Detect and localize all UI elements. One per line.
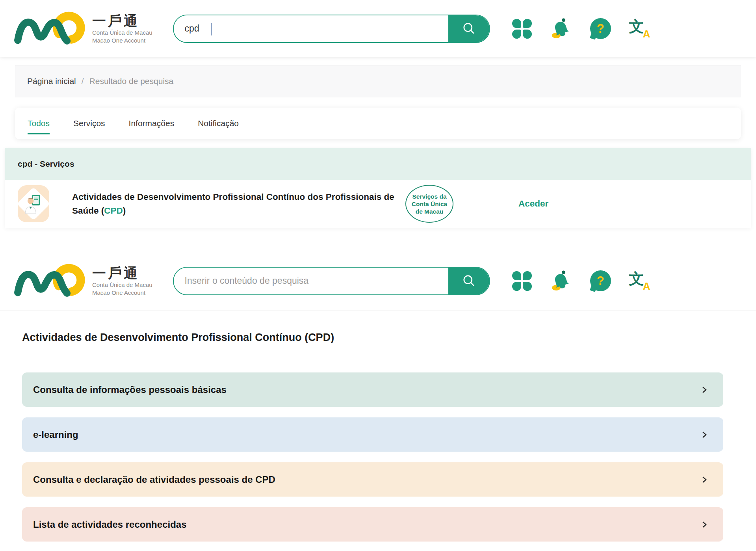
tab-todos[interactable]: Todos	[28, 108, 50, 139]
search-bar	[173, 15, 490, 43]
question-mark-glyph: ?	[597, 22, 604, 36]
macao-one-account-logo[interactable]: 一戶通 Conta Única de Macau Macao One Accou…	[13, 261, 152, 302]
service-page-header: 一戶通 Conta Única de Macau Macao One Accou…	[0, 251, 756, 311]
chevron-right-icon	[700, 476, 708, 484]
service-source-badge: Serviços da Conta Única de Macau	[405, 185, 453, 223]
search-result-tabs: Todos Serviços Informações Notificação	[15, 108, 741, 139]
page-title: Actividades de Desenvolvimento Profissio…	[22, 331, 756, 344]
logo-title-cjk: 一戶通	[92, 265, 152, 281]
clover-petal	[523, 30, 532, 39]
result-title-highlight: CPD	[104, 206, 123, 216]
service-item-label: Lista de actividades reconhecidas	[33, 519, 187, 530]
translate-latin-glyph: A	[643, 28, 650, 40]
tab-label: Informações	[129, 119, 175, 128]
search-input[interactable]	[174, 268, 448, 294]
help-question-bubble-icon[interactable]: ?	[590, 18, 611, 39]
question-mark-glyph: ?	[597, 274, 604, 288]
search-button[interactable]	[448, 15, 489, 42]
clover-petal	[523, 282, 532, 291]
logo-subtitle-pt: Conta Única de Macau	[92, 281, 152, 289]
text-caret	[211, 23, 212, 35]
service-item-label: Consulta e declaração de atividades pess…	[33, 474, 275, 485]
logo-title-cjk: 一戶通	[92, 13, 152, 29]
service-item-consulta-informacoes-pessoais[interactable]: Consulta de informações pessoais básicas	[22, 372, 723, 407]
search-input[interactable]	[174, 15, 448, 42]
translate-latin-glyph: A	[643, 280, 650, 292]
search-bar	[173, 267, 490, 295]
language-translate-icon[interactable]: 文 A	[629, 17, 650, 40]
macao-one-account-logo[interactable]: 一戶通 Conta Única de Macau Macao One Accou…	[13, 8, 152, 49]
mo-logo-icon	[13, 261, 88, 302]
search-button[interactable]	[448, 268, 489, 294]
breadcrumb-current-page: Resultado de pesquisa	[89, 76, 174, 86]
result-title-line1: Actividades de Desenvolvimento Profissio…	[72, 192, 394, 202]
service-item-lista-actividades-reconhecidas[interactable]: Lista de actividades reconhecidas	[22, 507, 723, 542]
result-title-suffix: )	[123, 206, 126, 216]
clover-petal	[523, 271, 532, 280]
search-results-panel: cpd - Serviços Actividades de Desenvolvi…	[5, 148, 751, 228]
result-title: Actividades de Desenvolvimento Profissio…	[72, 190, 395, 218]
top-header: 一戶通 Conta Única de Macau Macao One Accou…	[0, 0, 756, 57]
help-question-bubble-icon[interactable]: ?	[590, 270, 611, 291]
service-list: Consulta de informações pessoais básicas…	[22, 372, 723, 542]
service-item-e-learning[interactable]: e-learning	[22, 417, 723, 452]
aceder-link[interactable]: Aceder	[518, 199, 548, 209]
mo-logo-icon	[13, 8, 88, 49]
logo-subtitle-pt: Conta Única de Macau	[92, 29, 152, 37]
logo-text: 一戶通 Conta Única de Macau Macao One Accou…	[92, 265, 152, 297]
tab-label: Serviços	[73, 119, 105, 128]
search-result-row: Actividades de Desenvolvimento Profissio…	[5, 180, 751, 228]
service-thumbnail-icon	[18, 185, 49, 222]
apps-grid-clover-icon[interactable]	[512, 19, 532, 39]
clover-petal	[523, 19, 532, 28]
breadcrumb-home-link[interactable]: Página inicial	[27, 76, 76, 86]
magnifier-icon	[461, 273, 477, 289]
clover-petal	[512, 30, 521, 39]
clover-petal	[512, 271, 521, 280]
tab-label: Todos	[28, 119, 50, 128]
result-title-line2: Saúde (	[72, 206, 104, 216]
clover-petal	[512, 19, 521, 28]
language-translate-icon[interactable]: 文 A	[629, 270, 650, 292]
tab-notificacao[interactable]: Notificação	[198, 108, 239, 139]
magnifier-icon	[461, 21, 477, 37]
service-item-label: e-learning	[33, 429, 78, 440]
service-item-consulta-declaracao-cpd[interactable]: Consulta e declaração de atividades pess…	[22, 462, 723, 497]
breadcrumb-separator: /	[82, 76, 84, 86]
header-icon-row: ? 文 A	[512, 270, 650, 292]
notification-bell-icon[interactable]	[550, 270, 572, 292]
chevron-right-icon	[700, 521, 708, 529]
header-icon-row: ? 文 A	[512, 17, 650, 40]
service-item-label: Consulta de informações pessoais básicas	[33, 384, 227, 395]
chevron-right-icon	[700, 386, 708, 394]
title-divider	[8, 358, 748, 358]
tab-informacoes[interactable]: Informações	[129, 108, 175, 139]
logo-subtitle-en: Macao One Account	[92, 289, 152, 297]
translate-cjk-glyph: 文	[629, 269, 644, 289]
clover-petal	[512, 282, 521, 291]
logo-text: 一戶通 Conta Única de Macau Macao One Accou…	[92, 13, 152, 45]
breadcrumb: Página inicial / Resultado de pesquisa	[15, 65, 741, 97]
results-group-header: cpd - Serviços	[5, 148, 751, 180]
apps-grid-clover-icon[interactable]	[512, 271, 532, 291]
tab-servicos[interactable]: Serviços	[73, 108, 105, 139]
tab-label: Notificação	[198, 119, 239, 128]
notification-bell-icon[interactable]	[550, 18, 572, 40]
logo-subtitle-en: Macao One Account	[92, 37, 152, 45]
translate-cjk-glyph: 文	[629, 17, 644, 37]
chevron-right-icon	[700, 431, 708, 439]
